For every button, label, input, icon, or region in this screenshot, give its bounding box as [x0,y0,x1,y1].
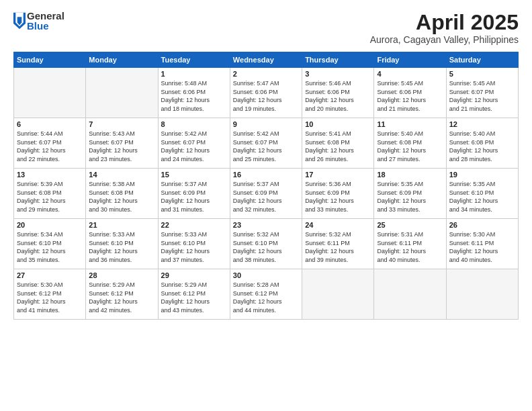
day-info: Sunrise: 5:47 AMSunset: 6:06 PMDaylight:… [233,79,299,113]
calendar-cell: 19Sunrise: 5:35 AMSunset: 6:10 PMDayligh… [446,169,518,219]
calendar-cell: 2Sunrise: 5:47 AMSunset: 6:06 PMDaylight… [230,68,302,118]
col-friday: Friday [374,52,446,68]
calendar-cell: 4Sunrise: 5:45 AMSunset: 6:06 PMDaylight… [374,68,446,118]
calendar-cell: 17Sunrise: 5:36 AMSunset: 6:09 PMDayligh… [302,169,374,219]
calendar-cell: 23Sunrise: 5:32 AMSunset: 6:10 PMDayligh… [230,219,302,269]
day-number: 6 [17,120,83,128]
day-number: 4 [377,70,443,78]
day-number: 28 [89,271,154,279]
calendar-cell: 28Sunrise: 5:29 AMSunset: 6:12 PMDayligh… [86,269,158,320]
day-number: 16 [233,171,299,179]
day-info: Sunrise: 5:32 AMSunset: 6:10 PMDaylight:… [233,230,299,264]
calendar-cell: 30Sunrise: 5:28 AMSunset: 6:12 PMDayligh… [230,269,302,320]
day-number: 7 [89,120,154,128]
day-number: 22 [161,221,227,229]
day-number: 14 [89,171,154,179]
page: General Blue April 2025 Aurora, Cagayan … [0,0,532,411]
calendar-cell [302,269,374,320]
day-number: 12 [449,120,515,128]
day-number: 21 [89,221,154,229]
day-info: Sunrise: 5:30 AMSunset: 6:12 PMDaylight:… [17,281,83,314]
day-info: Sunrise: 5:43 AMSunset: 6:07 PMDaylight:… [89,130,154,163]
calendar-cell: 13Sunrise: 5:39 AMSunset: 6:08 PMDayligh… [14,169,86,219]
calendar-cell: 25Sunrise: 5:31 AMSunset: 6:11 PMDayligh… [374,219,446,269]
week-row-5: 27Sunrise: 5:30 AMSunset: 6:12 PMDayligh… [14,269,519,320]
header: General Blue April 2025 Aurora, Cagayan … [13,11,519,45]
day-number: 11 [377,120,443,128]
logo-blue-text: Blue [27,21,64,31]
calendar-cell: 27Sunrise: 5:30 AMSunset: 6:12 PMDayligh… [14,269,86,320]
day-number: 19 [449,171,515,179]
day-info: Sunrise: 5:32 AMSunset: 6:11 PMDaylight:… [305,230,371,264]
day-info: Sunrise: 5:29 AMSunset: 6:12 PMDaylight:… [89,281,154,314]
calendar-header: Sunday Monday Tuesday Wednesday Thursday… [14,52,519,68]
day-info: Sunrise: 5:33 AMSunset: 6:10 PMDaylight:… [161,230,227,264]
day-number: 25 [377,221,443,229]
logo-text: General Blue [27,11,64,31]
calendar-cell: 18Sunrise: 5:35 AMSunset: 6:09 PMDayligh… [374,169,446,219]
week-row-2: 6Sunrise: 5:44 AMSunset: 6:07 PMDaylight… [14,118,519,169]
col-tuesday: Tuesday [158,52,230,68]
day-info: Sunrise: 5:45 AMSunset: 6:07 PMDaylight:… [449,79,515,113]
week-row-4: 20Sunrise: 5:34 AMSunset: 6:10 PMDayligh… [14,219,519,269]
col-wednesday: Wednesday [230,52,302,68]
day-number: 29 [161,271,227,279]
col-thursday: Thursday [302,52,374,68]
day-info: Sunrise: 5:31 AMSunset: 6:11 PMDaylight:… [377,230,443,264]
calendar-cell: 6Sunrise: 5:44 AMSunset: 6:07 PMDaylight… [14,118,86,169]
week-row-1: 1Sunrise: 5:48 AMSunset: 6:06 PMDaylight… [14,68,519,118]
day-number: 2 [233,70,299,78]
col-sunday: Sunday [14,52,86,68]
day-number: 13 [17,171,83,179]
day-info: Sunrise: 5:48 AMSunset: 6:06 PMDaylight:… [161,79,227,113]
calendar-cell [374,269,446,320]
day-number: 17 [305,171,371,179]
day-info: Sunrise: 5:45 AMSunset: 6:06 PMDaylight:… [377,79,443,113]
calendar-cell: 22Sunrise: 5:33 AMSunset: 6:10 PMDayligh… [158,219,230,269]
day-number: 20 [17,221,83,229]
day-info: Sunrise: 5:37 AMSunset: 6:09 PMDaylight:… [233,180,299,214]
calendar-cell: 21Sunrise: 5:33 AMSunset: 6:10 PMDayligh… [86,219,158,269]
day-info: Sunrise: 5:34 AMSunset: 6:10 PMDaylight:… [17,230,83,264]
logo-icon [13,11,26,30]
logo: General Blue [13,11,64,31]
calendar-title: April 2025 [370,11,519,34]
day-info: Sunrise: 5:35 AMSunset: 6:10 PMDaylight:… [449,180,515,214]
calendar-cell [86,68,158,118]
day-info: Sunrise: 5:37 AMSunset: 6:09 PMDaylight:… [161,180,227,214]
week-row-3: 13Sunrise: 5:39 AMSunset: 6:08 PMDayligh… [14,169,519,219]
day-number: 30 [233,271,299,279]
day-number: 1 [161,70,227,78]
day-info: Sunrise: 5:29 AMSunset: 6:12 PMDaylight:… [161,281,227,314]
day-number: 3 [305,70,371,78]
day-info: Sunrise: 5:38 AMSunset: 6:08 PMDaylight:… [89,180,154,214]
calendar-cell [14,68,86,118]
calendar-cell: 26Sunrise: 5:30 AMSunset: 6:11 PMDayligh… [446,219,518,269]
header-row: Sunday Monday Tuesday Wednesday Thursday… [14,52,519,68]
day-info: Sunrise: 5:30 AMSunset: 6:11 PMDaylight:… [449,230,515,264]
calendar-cell: 10Sunrise: 5:41 AMSunset: 6:08 PMDayligh… [302,118,374,169]
day-info: Sunrise: 5:44 AMSunset: 6:07 PMDaylight:… [17,130,83,163]
calendar-cell [446,269,518,320]
day-info: Sunrise: 5:35 AMSunset: 6:09 PMDaylight:… [377,180,443,214]
day-info: Sunrise: 5:28 AMSunset: 6:12 PMDaylight:… [233,281,299,314]
day-info: Sunrise: 5:36 AMSunset: 6:09 PMDaylight:… [305,180,371,214]
calendar-cell: 24Sunrise: 5:32 AMSunset: 6:11 PMDayligh… [302,219,374,269]
day-info: Sunrise: 5:42 AMSunset: 6:07 PMDaylight:… [233,130,299,163]
col-saturday: Saturday [446,52,518,68]
day-info: Sunrise: 5:41 AMSunset: 6:08 PMDaylight:… [305,130,371,163]
day-number: 18 [377,171,443,179]
day-info: Sunrise: 5:33 AMSunset: 6:10 PMDaylight:… [89,230,154,264]
day-info: Sunrise: 5:42 AMSunset: 6:07 PMDaylight:… [161,130,227,163]
day-info: Sunrise: 5:40 AMSunset: 6:08 PMDaylight:… [449,130,515,163]
calendar-cell: 11Sunrise: 5:40 AMSunset: 6:08 PMDayligh… [374,118,446,169]
calendar-cell: 12Sunrise: 5:40 AMSunset: 6:08 PMDayligh… [446,118,518,169]
day-number: 10 [305,120,371,128]
calendar-cell: 15Sunrise: 5:37 AMSunset: 6:09 PMDayligh… [158,169,230,219]
calendar-cell: 8Sunrise: 5:42 AMSunset: 6:07 PMDaylight… [158,118,230,169]
day-number: 23 [233,221,299,229]
day-number: 8 [161,120,227,128]
calendar-cell: 16Sunrise: 5:37 AMSunset: 6:09 PMDayligh… [230,169,302,219]
calendar-cell: 20Sunrise: 5:34 AMSunset: 6:10 PMDayligh… [14,219,86,269]
day-number: 5 [449,70,515,78]
